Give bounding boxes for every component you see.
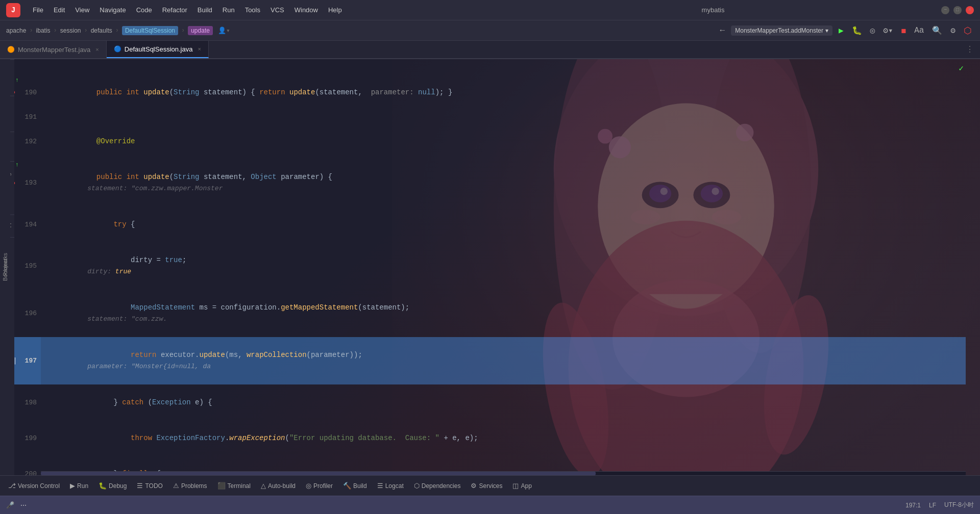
build-icon: 🔨: [343, 482, 351, 490]
status-menu[interactable]: ⋯: [20, 502, 27, 509]
code-line-192: 192 @Override: [10, 123, 966, 159]
cursor-position: 197:1: [905, 502, 921, 509]
autobuild-icon: △: [261, 482, 266, 490]
services-button[interactable]: ⚙ Services: [467, 480, 506, 492]
menu-item-code[interactable]: Code: [132, 4, 156, 16]
title-bar: J FileEditViewNavigateCodeRefactorBuildR…: [0, 0, 980, 20]
logcat-icon: ☰: [377, 482, 383, 490]
build-label: Build: [353, 482, 367, 490]
menu-item-edit[interactable]: Edit: [50, 4, 69, 16]
code-editor[interactable]: ✓ 190 ● ↑ public int update(String state…: [10, 59, 966, 475]
settings-button[interactable]: ⚙: [948, 23, 958, 38]
stop-button[interactable]: ◼: [899, 23, 909, 38]
status-menu-dots: ⋯: [20, 502, 27, 509]
breadcrumb-apache[interactable]: apache: [6, 27, 26, 34]
breadcrumb-class[interactable]: DefaultSqlSession: [122, 26, 178, 35]
tab-menu-button[interactable]: ⋮: [964, 42, 976, 57]
vc-label: Version Control: [18, 482, 60, 490]
menu-item-vcs[interactable]: VCS: [266, 4, 288, 16]
menu-item-file[interactable]: File: [29, 4, 47, 16]
editor-main: Bookmarks ✓ 190 ● ↑ public int update(St…: [0, 59, 980, 475]
encoding-status: UTF-8小时: [944, 501, 974, 509]
validation-checkmark: ✓: [959, 63, 964, 73]
app-tool-button[interactable]: ◫ App: [508, 480, 535, 492]
profiler-icon: ◎: [306, 482, 311, 490]
mic-control[interactable]: 🎤: [6, 501, 14, 509]
close-button[interactable]: ×: [966, 6, 974, 14]
tab-bar: 🟠 MonsterMapperTest.java × 🔵 DefaultSqlS…: [0, 41, 980, 59]
code-line-194: 194 try {: [10, 207, 966, 242]
breadcrumb-ibatis[interactable]: ibatis: [36, 27, 51, 34]
tab-close-sql[interactable]: ×: [198, 46, 201, 52]
debug-button[interactable]: 🐛: [850, 23, 864, 38]
mic-icon: 🎤: [6, 501, 14, 509]
dependencies-button[interactable]: ⬡ Dependencies: [410, 480, 465, 492]
menu-item-view[interactable]: View: [71, 4, 93, 16]
encoding-text: UTF-8小时: [944, 501, 974, 509]
run-config[interactable]: MonsterMapperTest.addMonster ▾: [731, 25, 832, 36]
problems-button[interactable]: ⚠ Problems: [169, 480, 211, 492]
cursor-pos-text: 197:1: [905, 502, 921, 509]
settings-dropdown[interactable]: ⚙▾: [881, 23, 895, 38]
version-control-button[interactable]: ⎇ Version Control: [4, 480, 64, 492]
terminal-icon: ⬛: [217, 482, 226, 490]
todo-label: TODO: [145, 482, 162, 490]
profiler-button[interactable]: ◎ Profiler: [302, 480, 337, 492]
menu-item-help[interactable]: Help: [324, 4, 346, 16]
menu-item-tools[interactable]: Tools: [241, 4, 264, 16]
coverage-button[interactable]: ◎: [868, 23, 877, 38]
app-label: App: [521, 482, 531, 490]
bottom-toolbar: ⎇ Version Control ▶ Run 🐛 Debug ☰ TODO ⚠…: [0, 475, 980, 496]
todo-button[interactable]: ☰ TODO: [133, 480, 166, 492]
translate-button[interactable]: Aa: [912, 24, 926, 37]
tab-default-sql[interactable]: 🔵 DefaultSqlSession.java ×: [107, 41, 209, 58]
logcat-label: Logcat: [385, 482, 404, 490]
profiler-label: Profiler: [313, 482, 333, 490]
lf-text: LF: [929, 502, 936, 509]
app-icon: ◫: [512, 482, 519, 490]
nav-icons: ← MonsterMapperTest.addMonster ▾ ▶ 🐛 ◎ ⚙…: [718, 23, 974, 38]
breadcrumb-session[interactable]: session: [60, 27, 81, 34]
maximize-button[interactable]: □: [953, 6, 962, 14]
menu-item-navigate[interactable]: Navigate: [95, 4, 130, 16]
breadcrumb-method[interactable]: update: [188, 26, 213, 35]
debug-tool-button[interactable]: 🐛 Debug: [94, 480, 131, 492]
debug-icon: 🐛: [99, 482, 107, 490]
line-ending: LF: [929, 502, 936, 509]
back-icon[interactable]: ←: [718, 24, 727, 37]
status-bar: 🎤 ⋯ 197:1 LF UTF-8小时: [0, 496, 980, 514]
services-label: Services: [479, 482, 502, 490]
code-line-198: 198 } catch (Exception e) {: [10, 384, 966, 420]
services-icon: ⚙: [471, 482, 477, 490]
problems-icon: ⚠: [173, 482, 179, 490]
code-line-190: 190 ● ↑ public int update(String stateme…: [10, 74, 966, 110]
horizontal-scrollbar[interactable]: [41, 471, 966, 475]
run-icon: ▶: [70, 482, 75, 490]
minimize-button[interactable]: −: [941, 6, 949, 14]
run-tool-button[interactable]: ▶ Run: [66, 480, 92, 492]
vc-icon: ⎇: [8, 482, 16, 490]
scrollbar-thumb[interactable]: [41, 472, 596, 475]
breadcrumb-defaults[interactable]: defaults: [91, 27, 112, 34]
tab-label-sql: DefaultSqlSession.java: [125, 45, 193, 53]
navigation-bar: apache › ibatis › session › defaults › D…: [0, 20, 980, 41]
project-side-panel[interactable]: Project: [0, 59, 10, 475]
run-button[interactable]: ▶: [837, 23, 846, 38]
menu-item-refactor[interactable]: Refactor: [158, 4, 191, 16]
run-config-dropdown[interactable]: ▾: [825, 27, 828, 34]
menu-item-run[interactable]: Run: [218, 4, 239, 16]
logcat-button[interactable]: ☰ Logcat: [373, 480, 408, 492]
code-line-193: 193 ● ↑ public int update(String stateme…: [10, 159, 966, 207]
menu-item-window[interactable]: Window: [290, 4, 322, 16]
autobuild-button[interactable]: △ Auto-build: [257, 480, 300, 492]
search-button[interactable]: 🔍: [930, 23, 944, 38]
project-name: mybatis: [485, 6, 941, 14]
tab-close-monster[interactable]: ×: [95, 46, 99, 53]
problems-label: Problems: [181, 482, 207, 490]
tab-monster-mapper[interactable]: 🟠 MonsterMapperTest.java ×: [0, 41, 107, 58]
menu-item-build[interactable]: Build: [193, 4, 216, 16]
build-button[interactable]: 🔨 Build: [339, 480, 371, 492]
terminal-button[interactable]: ⬛ Terminal: [213, 480, 255, 492]
code-line-blank2: 191: [10, 110, 966, 123]
window-controls: − □ ×: [941, 6, 974, 14]
